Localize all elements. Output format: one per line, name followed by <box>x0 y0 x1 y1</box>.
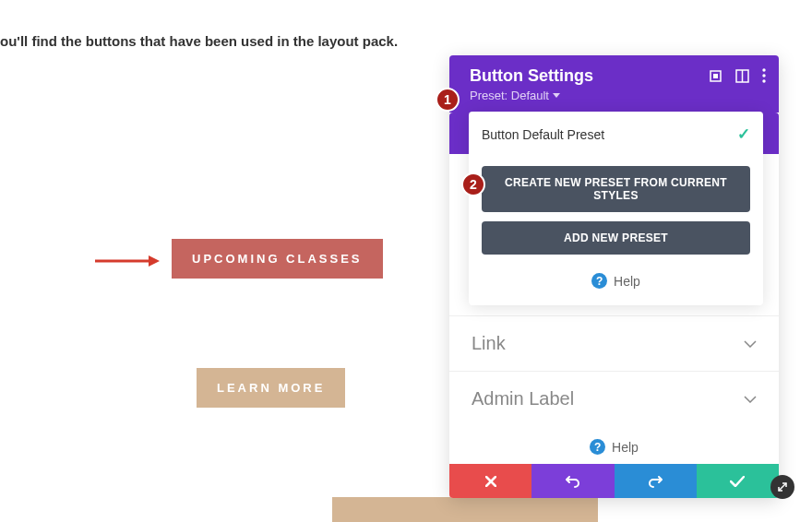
columns-icon[interactable] <box>735 69 749 83</box>
partial-button-bar <box>332 497 598 522</box>
save-button[interactable] <box>697 464 779 498</box>
add-new-preset-button[interactable]: ADD NEW PRESET <box>482 221 750 255</box>
default-preset-row[interactable]: Button Default Preset ✓ <box>482 125 750 160</box>
resize-icon <box>776 480 789 493</box>
section-link[interactable]: Link <box>449 316 779 371</box>
section-link-label: Link <box>472 333 506 354</box>
svg-point-8 <box>762 74 765 77</box>
expand-icon[interactable] <box>709 69 722 83</box>
upcoming-classes-button[interactable]: UPCOMING CLASSES <box>172 239 383 279</box>
caret-down-icon <box>553 93 560 98</box>
cancel-button[interactable] <box>449 464 531 498</box>
callout-badge-1: 1 <box>436 88 460 112</box>
check-icon: ✓ <box>737 125 750 144</box>
chevron-down-icon <box>744 340 757 348</box>
help-row[interactable]: ? Help <box>482 273 750 289</box>
help-label: Help <box>612 440 639 455</box>
chevron-down-icon <box>744 396 757 403</box>
check-icon <box>730 476 745 487</box>
svg-rect-4 <box>713 74 718 78</box>
help-icon: ? <box>590 439 605 455</box>
page-description: ou'll find the buttons that have been us… <box>0 33 398 49</box>
preset-dropdown: Button Default Preset ✓ CREATE NEW PRESE… <box>469 112 763 305</box>
section-admin-label[interactable]: Admin Label <box>449 371 779 426</box>
redo-button[interactable] <box>615 464 697 498</box>
panel-header: Button Settings Preset: Default <box>449 55 779 113</box>
svg-marker-1 <box>149 255 160 267</box>
section-admin-label-text: Admin Label <box>472 388 574 409</box>
create-new-preset-button[interactable]: CREATE NEW PRESET FROM CURRENT STYLES <box>482 166 750 212</box>
preset-label: Preset: Default <box>470 89 549 102</box>
close-icon <box>485 476 496 487</box>
resize-handle[interactable] <box>770 475 794 499</box>
default-preset-label: Button Default Preset <box>482 127 604 142</box>
svg-point-9 <box>762 79 765 82</box>
svg-marker-2 <box>553 93 560 98</box>
svg-point-7 <box>762 68 765 71</box>
svg-line-15 <box>779 483 786 491</box>
help-icon: ? <box>591 273 607 289</box>
pointer-arrow <box>95 255 161 267</box>
help-label: Help <box>614 274 640 289</box>
more-icon[interactable] <box>762 68 766 83</box>
undo-button[interactable] <box>531 464 614 498</box>
undo-icon <box>566 475 580 488</box>
panel-footer <box>449 464 779 498</box>
redo-icon <box>648 475 663 488</box>
callout-badge-2: 2 <box>461 172 485 196</box>
button-settings-panel: Button Settings Preset: Default <box>449 55 779 498</box>
help-row-bottom[interactable]: ? Help <box>449 426 779 464</box>
learn-more-button[interactable]: LEARN MORE <box>197 368 345 408</box>
preset-dropdown-toggle[interactable]: Preset: Default <box>470 89 560 102</box>
